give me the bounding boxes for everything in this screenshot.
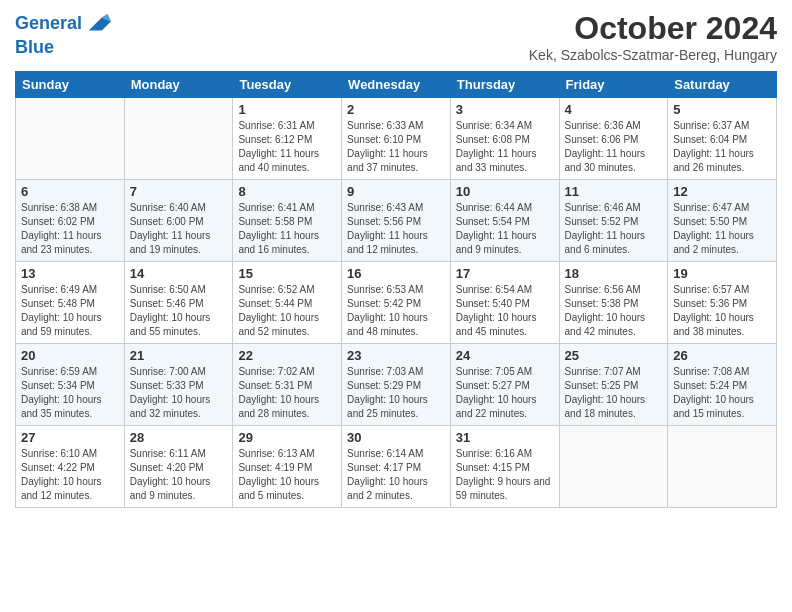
cell-content: Sunrise: 7:00 AMSunset: 5:33 PMDaylight:… bbox=[130, 365, 228, 421]
header-row: SundayMondayTuesdayWednesdayThursdayFrid… bbox=[16, 72, 777, 98]
cell-content: Sunrise: 6:53 AMSunset: 5:42 PMDaylight:… bbox=[347, 283, 445, 339]
day-number: 23 bbox=[347, 348, 445, 363]
cell-content: Sunrise: 6:50 AMSunset: 5:46 PMDaylight:… bbox=[130, 283, 228, 339]
cell-content: Sunrise: 6:57 AMSunset: 5:36 PMDaylight:… bbox=[673, 283, 771, 339]
day-number: 16 bbox=[347, 266, 445, 281]
cell-content: Sunrise: 6:41 AMSunset: 5:58 PMDaylight:… bbox=[238, 201, 336, 257]
cell-content: Sunrise: 6:44 AMSunset: 5:54 PMDaylight:… bbox=[456, 201, 554, 257]
day-number: 30 bbox=[347, 430, 445, 445]
calendar-cell: 10Sunrise: 6:44 AMSunset: 5:54 PMDayligh… bbox=[450, 180, 559, 262]
cell-content: Sunrise: 6:46 AMSunset: 5:52 PMDaylight:… bbox=[565, 201, 663, 257]
day-number: 15 bbox=[238, 266, 336, 281]
cell-content: Sunrise: 6:52 AMSunset: 5:44 PMDaylight:… bbox=[238, 283, 336, 339]
title-block: October 2024 Kek, Szabolcs-Szatmar-Bereg… bbox=[529, 10, 777, 63]
day-number: 2 bbox=[347, 102, 445, 117]
calendar-cell: 20Sunrise: 6:59 AMSunset: 5:34 PMDayligh… bbox=[16, 344, 125, 426]
cell-content: Sunrise: 6:56 AMSunset: 5:38 PMDaylight:… bbox=[565, 283, 663, 339]
logo-text: General bbox=[15, 14, 82, 34]
cell-content: Sunrise: 6:47 AMSunset: 5:50 PMDaylight:… bbox=[673, 201, 771, 257]
cell-content: Sunrise: 6:37 AMSunset: 6:04 PMDaylight:… bbox=[673, 119, 771, 175]
cell-content: Sunrise: 6:10 AMSunset: 4:22 PMDaylight:… bbox=[21, 447, 119, 503]
day-number: 6 bbox=[21, 184, 119, 199]
day-number: 5 bbox=[673, 102, 771, 117]
cell-content: Sunrise: 6:40 AMSunset: 6:00 PMDaylight:… bbox=[130, 201, 228, 257]
day-number: 29 bbox=[238, 430, 336, 445]
day-number: 1 bbox=[238, 102, 336, 117]
calendar-cell: 14Sunrise: 6:50 AMSunset: 5:46 PMDayligh… bbox=[124, 262, 233, 344]
day-number: 22 bbox=[238, 348, 336, 363]
calendar-cell: 15Sunrise: 6:52 AMSunset: 5:44 PMDayligh… bbox=[233, 262, 342, 344]
day-number: 20 bbox=[21, 348, 119, 363]
calendar-cell: 27Sunrise: 6:10 AMSunset: 4:22 PMDayligh… bbox=[16, 426, 125, 508]
calendar-cell: 13Sunrise: 6:49 AMSunset: 5:48 PMDayligh… bbox=[16, 262, 125, 344]
calendar-cell: 4Sunrise: 6:36 AMSunset: 6:06 PMDaylight… bbox=[559, 98, 668, 180]
day-number: 11 bbox=[565, 184, 663, 199]
logo-text2: Blue bbox=[15, 38, 54, 58]
calendar-cell: 7Sunrise: 6:40 AMSunset: 6:00 PMDaylight… bbox=[124, 180, 233, 262]
cell-content: Sunrise: 6:33 AMSunset: 6:10 PMDaylight:… bbox=[347, 119, 445, 175]
day-number: 21 bbox=[130, 348, 228, 363]
day-number: 8 bbox=[238, 184, 336, 199]
day-header-saturday: Saturday bbox=[668, 72, 777, 98]
calendar-cell bbox=[668, 426, 777, 508]
calendar-cell: 26Sunrise: 7:08 AMSunset: 5:24 PMDayligh… bbox=[668, 344, 777, 426]
day-number: 18 bbox=[565, 266, 663, 281]
day-number: 9 bbox=[347, 184, 445, 199]
cell-content: Sunrise: 7:05 AMSunset: 5:27 PMDaylight:… bbox=[456, 365, 554, 421]
cell-content: Sunrise: 6:43 AMSunset: 5:56 PMDaylight:… bbox=[347, 201, 445, 257]
calendar-cell: 12Sunrise: 6:47 AMSunset: 5:50 PMDayligh… bbox=[668, 180, 777, 262]
calendar-cell: 23Sunrise: 7:03 AMSunset: 5:29 PMDayligh… bbox=[342, 344, 451, 426]
day-number: 10 bbox=[456, 184, 554, 199]
calendar-cell: 6Sunrise: 6:38 AMSunset: 6:02 PMDaylight… bbox=[16, 180, 125, 262]
day-header-tuesday: Tuesday bbox=[233, 72, 342, 98]
day-number: 28 bbox=[130, 430, 228, 445]
cell-content: Sunrise: 7:02 AMSunset: 5:31 PMDaylight:… bbox=[238, 365, 336, 421]
day-number: 14 bbox=[130, 266, 228, 281]
day-number: 26 bbox=[673, 348, 771, 363]
calendar-cell: 16Sunrise: 6:53 AMSunset: 5:42 PMDayligh… bbox=[342, 262, 451, 344]
cell-content: Sunrise: 7:03 AMSunset: 5:29 PMDaylight:… bbox=[347, 365, 445, 421]
month-title: October 2024 bbox=[529, 10, 777, 47]
calendar-cell: 2Sunrise: 6:33 AMSunset: 6:10 PMDaylight… bbox=[342, 98, 451, 180]
cell-content: Sunrise: 6:13 AMSunset: 4:19 PMDaylight:… bbox=[238, 447, 336, 503]
cell-content: Sunrise: 6:36 AMSunset: 6:06 PMDaylight:… bbox=[565, 119, 663, 175]
calendar-cell: 29Sunrise: 6:13 AMSunset: 4:19 PMDayligh… bbox=[233, 426, 342, 508]
cell-content: Sunrise: 6:54 AMSunset: 5:40 PMDaylight:… bbox=[456, 283, 554, 339]
week-row-2: 6Sunrise: 6:38 AMSunset: 6:02 PMDaylight… bbox=[16, 180, 777, 262]
calendar-cell: 8Sunrise: 6:41 AMSunset: 5:58 PMDaylight… bbox=[233, 180, 342, 262]
calendar-cell: 22Sunrise: 7:02 AMSunset: 5:31 PMDayligh… bbox=[233, 344, 342, 426]
calendar-cell bbox=[16, 98, 125, 180]
calendar-cell: 18Sunrise: 6:56 AMSunset: 5:38 PMDayligh… bbox=[559, 262, 668, 344]
day-number: 13 bbox=[21, 266, 119, 281]
cell-content: Sunrise: 7:07 AMSunset: 5:25 PMDaylight:… bbox=[565, 365, 663, 421]
location: Kek, Szabolcs-Szatmar-Bereg, Hungary bbox=[529, 47, 777, 63]
day-number: 24 bbox=[456, 348, 554, 363]
cell-content: Sunrise: 6:11 AMSunset: 4:20 PMDaylight:… bbox=[130, 447, 228, 503]
cell-content: Sunrise: 7:08 AMSunset: 5:24 PMDaylight:… bbox=[673, 365, 771, 421]
page: General Blue October 2024 Kek, Szabolcs-… bbox=[0, 0, 792, 518]
calendar-cell: 17Sunrise: 6:54 AMSunset: 5:40 PMDayligh… bbox=[450, 262, 559, 344]
calendar-cell: 19Sunrise: 6:57 AMSunset: 5:36 PMDayligh… bbox=[668, 262, 777, 344]
calendar-cell: 9Sunrise: 6:43 AMSunset: 5:56 PMDaylight… bbox=[342, 180, 451, 262]
week-row-1: 1Sunrise: 6:31 AMSunset: 6:12 PMDaylight… bbox=[16, 98, 777, 180]
day-number: 7 bbox=[130, 184, 228, 199]
calendar-cell: 1Sunrise: 6:31 AMSunset: 6:12 PMDaylight… bbox=[233, 98, 342, 180]
day-header-wednesday: Wednesday bbox=[342, 72, 451, 98]
calendar-table: SundayMondayTuesdayWednesdayThursdayFrid… bbox=[15, 71, 777, 508]
day-header-thursday: Thursday bbox=[450, 72, 559, 98]
calendar-cell: 11Sunrise: 6:46 AMSunset: 5:52 PMDayligh… bbox=[559, 180, 668, 262]
cell-content: Sunrise: 6:49 AMSunset: 5:48 PMDaylight:… bbox=[21, 283, 119, 339]
logo: General Blue bbox=[15, 10, 113, 58]
day-number: 31 bbox=[456, 430, 554, 445]
calendar-cell: 3Sunrise: 6:34 AMSunset: 6:08 PMDaylight… bbox=[450, 98, 559, 180]
cell-content: Sunrise: 6:31 AMSunset: 6:12 PMDaylight:… bbox=[238, 119, 336, 175]
week-row-3: 13Sunrise: 6:49 AMSunset: 5:48 PMDayligh… bbox=[16, 262, 777, 344]
day-number: 3 bbox=[456, 102, 554, 117]
cell-content: Sunrise: 6:59 AMSunset: 5:34 PMDaylight:… bbox=[21, 365, 119, 421]
day-number: 19 bbox=[673, 266, 771, 281]
calendar-cell: 31Sunrise: 6:16 AMSunset: 4:15 PMDayligh… bbox=[450, 426, 559, 508]
day-number: 4 bbox=[565, 102, 663, 117]
calendar-cell: 25Sunrise: 7:07 AMSunset: 5:25 PMDayligh… bbox=[559, 344, 668, 426]
calendar-cell: 5Sunrise: 6:37 AMSunset: 6:04 PMDaylight… bbox=[668, 98, 777, 180]
day-header-sunday: Sunday bbox=[16, 72, 125, 98]
